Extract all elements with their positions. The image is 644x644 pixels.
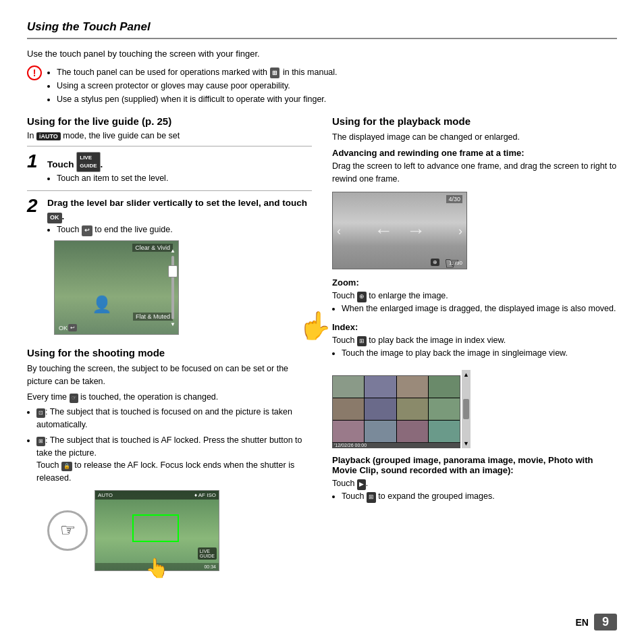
touch-circle-icon: ☞ <box>47 510 88 551</box>
slider-track <box>171 256 174 319</box>
notice-icon: ! <box>27 65 42 80</box>
index-scrollbar: ▲ ▼ <box>462 370 471 448</box>
index-cell-5 <box>333 398 364 420</box>
index-cell-9 <box>333 421 364 442</box>
shoot-body1: By touching the screen, the subject to b… <box>27 363 312 388</box>
step-1-bullet: Touch an item to set the level. <box>57 172 168 185</box>
screen-back-icon: ↩ <box>68 324 77 331</box>
live-guide-screenshot-container: Clear & Vivid Flat & Muted OK ↩ ▲ <box>54 240 312 335</box>
page: Using the Touch Panel Use the touch pane… <box>0 0 644 644</box>
right-column: Using for the playback mode The displaye… <box>332 115 617 571</box>
shoot-screenshot-container: ☞ AUTO ♦ AF ISO <box>27 490 312 571</box>
step-2-content: Drag the level bar slider vertically to … <box>47 196 312 236</box>
step-1-content: Touch LIVEGUIDE. Touch an item to set th… <box>47 152 168 185</box>
section-playback: Using for the playback mode The displaye… <box>332 115 617 503</box>
shoot-timer: 00:34 <box>204 564 216 569</box>
zoom-body: Touch ⊕ to enlarge the image. <box>332 290 617 302</box>
index-cell-1 <box>333 376 364 398</box>
playback-grouped-bullet: Touch ⊞ to expand the grouped images. <box>342 490 617 503</box>
intro-text: Use the touch panel by touching the scre… <box>27 49 617 59</box>
notice-item-1: The touch panel can be used for operatio… <box>57 65 338 79</box>
playback-screen-inner: 4/30 ‹ ← → › 12/30 ⊕ ☞ <box>333 192 466 269</box>
touch-lock-icon: 🔒 <box>61 462 72 471</box>
notice-item-2: Using a screen protector or gloves may c… <box>57 79 338 92</box>
index-cell-6 <box>365 398 396 420</box>
expand-icon: ⊞ <box>367 492 376 503</box>
hand-icon: 👆 <box>298 310 332 342</box>
index-title: Index: <box>332 322 617 332</box>
index-cell-4 <box>429 376 460 398</box>
back-badge: ↩ <box>82 225 92 236</box>
index-cell-10 <box>365 421 396 442</box>
section-live: Using for the live guide (p. 25) In iAUT… <box>27 115 312 335</box>
playback-center-arrows: ← → <box>374 220 425 242</box>
scroll-thumb <box>463 399 469 419</box>
touch-focus-icon: ⊡ <box>36 408 45 418</box>
step-2-num: 2 <box>27 196 42 215</box>
playback-grouped-body: Touch ▶. <box>332 477 617 490</box>
shoot-bullet-2: ⊞: The subject that is touched is AF loc… <box>36 434 312 485</box>
play-icon: ▶ <box>357 479 366 490</box>
page-title: Using the Touch Panel <box>27 20 617 34</box>
step-2: 2 Drag the level bar slider vertically t… <box>27 196 312 236</box>
playback-screen-container: 4/30 ‹ ← → › 12/30 ⊕ ☞ <box>332 192 617 269</box>
shoot-top-right: ♦ AF ISO <box>194 492 216 498</box>
playback-grouped-title: Playback (grouped image, panorama image,… <box>332 455 617 475</box>
playback-grouped-bullets: Touch ⊞ to expand the grouped images. <box>342 490 617 503</box>
shoot-bullets: ⊡: The subject that is touched is focuse… <box>36 406 312 485</box>
index-bullets: Touch the image to play back the image i… <box>342 347 617 360</box>
index-cell-12 <box>429 421 460 442</box>
advancing-section: Advancing and rewinding one frame at a t… <box>332 148 617 186</box>
step-1: 1 Touch LIVEGUIDE. Touch an item to set … <box>27 152 312 185</box>
live-guide-subtitle: In iAUTO mode, the live guide can be set <box>27 131 312 140</box>
section-shoot: Using for the shooting mode By touching … <box>27 347 312 571</box>
shoot-title: Using for the shooting mode <box>27 347 312 358</box>
live-guide-title: Using for the live guide (p. 25) <box>27 115 312 127</box>
bottom-hand-icon: 👆 <box>145 557 169 579</box>
iauto-badge: iAUTO <box>36 132 61 140</box>
step-2-label: Drag the level bar slider vertically to … <box>47 198 307 221</box>
playback-title: Using for the playback mode <box>332 115 617 127</box>
page-number: 9 <box>594 614 617 630</box>
index-cell-8 <box>429 398 460 420</box>
zoom-section: Zoom: Touch ⊕ to enlarge the image. When… <box>332 277 617 315</box>
page-header: Using the Touch Panel <box>27 20 617 39</box>
index-section: Index: Touch ⊞ to play back the image in… <box>332 322 617 360</box>
left-swipe-arrow: ← <box>374 220 393 242</box>
right-swipe-arrow: → <box>406 220 425 242</box>
live-guide-screen-inner: Clear & Vivid Flat & Muted OK ↩ ▲ <box>55 241 178 334</box>
shoot-top-left: AUTO <box>98 492 113 498</box>
screen-bottom-label: Flat & Muted <box>133 313 173 321</box>
index-cell-7 <box>397 398 428 420</box>
advancing-title: Advancing and rewinding one frame at a t… <box>332 148 617 158</box>
ok-badge: OK <box>47 213 62 223</box>
index-body: Touch ⊞ to play back the image in index … <box>332 334 617 347</box>
index-icon: ⊞ <box>357 336 367 347</box>
scroll-down: ▼ <box>463 440 469 447</box>
zoom-icon: ⊕ <box>357 292 367 302</box>
step-1-label: Touch LIVEGUIDE. <box>47 159 103 169</box>
playback-counter: 4/30 <box>446 195 462 203</box>
notice-block: ! The touch panel can be used for operat… <box>27 65 617 106</box>
notice-item-3: Use a stylus pen (supplied) when it is d… <box>57 92 338 106</box>
step-divider-1 <box>27 146 312 146</box>
zoom-bullet: When the enlarged image is dragged, the … <box>342 302 617 315</box>
two-col-layout: Using for the live guide (p. 25) In iAUT… <box>27 115 617 571</box>
index-screen-container: '12/02/26 00:00 ▲ ▼ <box>332 370 460 448</box>
playback-right-arrow: › <box>458 223 462 238</box>
playback-grouped-section: Playback (grouped image, panorama image,… <box>332 455 617 503</box>
screen-ok-label: OK <box>59 325 68 331</box>
person-figure: 👤 <box>92 295 112 314</box>
page-footer: EN 9 <box>576 614 617 630</box>
step-2-bullet: Touch ↩ to end the live guide. <box>57 223 312 236</box>
shoot-bullet-1: ⊡: The subject that is touched is focuse… <box>36 406 312 431</box>
shoot-body2: Every time ☞ is touched, the operation i… <box>27 391 312 404</box>
index-date: '12/02/26 00:00 <box>332 442 460 448</box>
shoot-liveguide-badge: LIVEGUIDE <box>198 547 217 560</box>
slider-up-arrow: ▲ <box>170 248 176 254</box>
shoot-topbar: AUTO ♦ AF ISO <box>95 491 219 500</box>
zoom-button-on-screen: ⊕ <box>431 259 439 266</box>
zoom-title: Zoom: <box>332 277 617 288</box>
index-bullet: Touch the image to play back the image i… <box>342 347 617 360</box>
scroll-up: ▲ <box>463 371 469 378</box>
